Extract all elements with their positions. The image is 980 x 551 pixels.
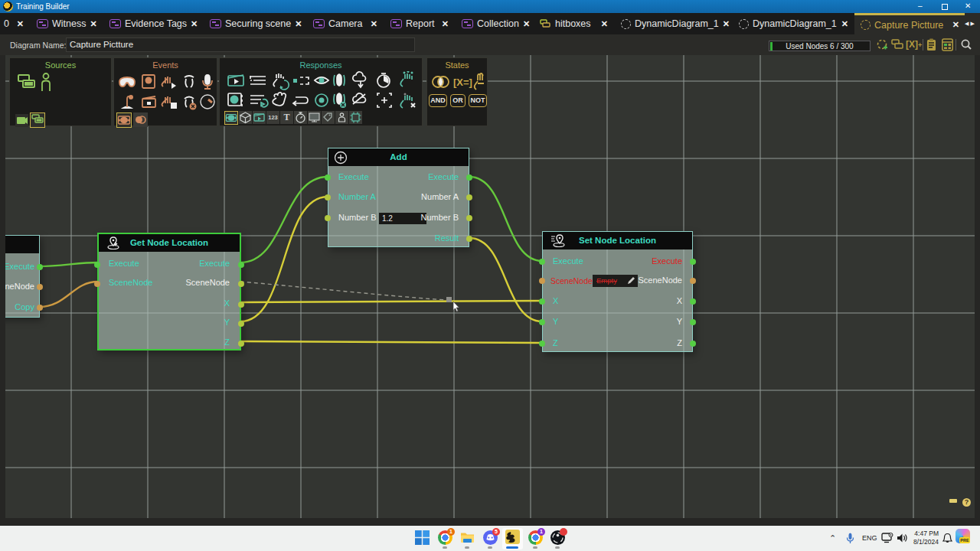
svg-text:[X=]: [X=] (453, 77, 472, 88)
